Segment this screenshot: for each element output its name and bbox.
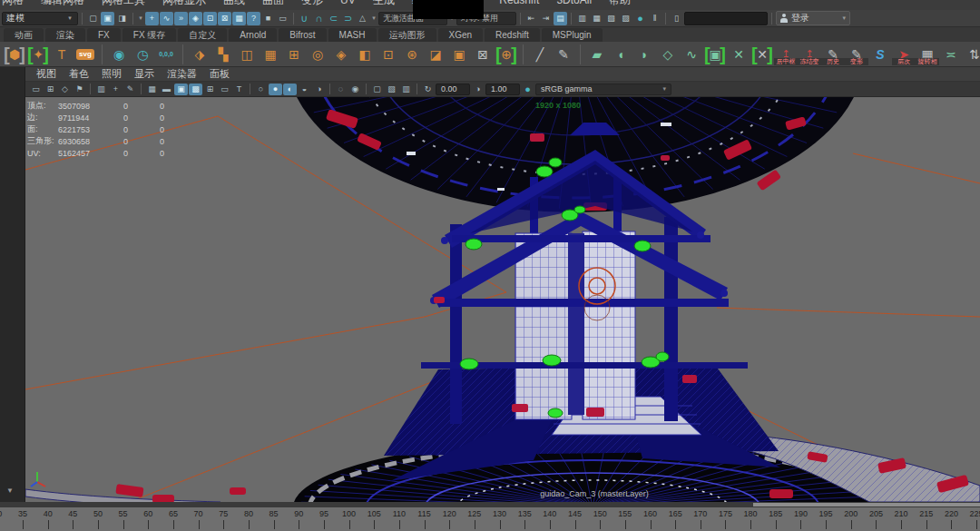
make-live-icon[interactable]: △ (356, 12, 369, 25)
selection-field-toggle-icon[interactable]: ▯ (670, 12, 683, 25)
freeze-transform-icon[interactable]: ↥冻结变 (799, 44, 820, 65)
ep-curve-icon[interactable]: S (869, 44, 891, 65)
delete-nondeformer-history-icon[interactable]: ✎变形 (846, 44, 867, 65)
open-scene-icon[interactable]: ▣ (101, 12, 114, 25)
save-scene-icon[interactable]: ◨ (115, 12, 129, 25)
menu-item-2[interactable]: 编辑网格 (41, 0, 84, 9)
hierarchy-select-icon[interactable]: ➤层次 (893, 44, 915, 65)
svg-tool-icon[interactable]: svg (74, 44, 96, 65)
panel-menu-显示[interactable]: 显示 (134, 67, 154, 81)
menu-item-9[interactable]: 生成 (373, 0, 395, 9)
grid-toggle-icon[interactable]: ▦ (145, 84, 159, 95)
fill-hole-icon[interactable]: ▦ (260, 44, 281, 65)
snap-magnet-curve-icon[interactable]: ∩ (312, 12, 326, 25)
quick-selection-input[interactable] (684, 12, 768, 25)
resolution-gate-icon[interactable]: ▣ (174, 84, 188, 95)
reset-timer-icon[interactable]: ◷ (132, 44, 153, 65)
show-inputs-icon[interactable]: ⇤ (524, 12, 538, 25)
select-by-object-icon[interactable]: ∿ (160, 12, 173, 25)
select-camera-icon[interactable]: ▭ (29, 84, 43, 95)
time-slider[interactable]: 3035404550556065707580859095100105110115… (0, 507, 980, 531)
delete-history-icon[interactable]: ✎历史 (822, 44, 844, 65)
snapshot-icon[interactable]: ▥ (399, 84, 413, 95)
caret-down-icon[interactable]: ▾ (137, 15, 144, 22)
highlight-selection-icon[interactable]: ▭ (276, 12, 289, 25)
menu-item-13[interactable]: 3DtoAll (556, 0, 592, 9)
exposure-field[interactable]: 0.00 (436, 84, 470, 95)
menu-item-6[interactable]: 曲面 (262, 0, 284, 9)
select-by-component-icon[interactable]: » (174, 12, 188, 25)
snap-to-points-icon[interactable]: ⊠ (218, 12, 231, 25)
wheel-icon[interactable]: ⊛ (401, 44, 423, 65)
lock-selection-icon[interactable]: ■ (261, 12, 275, 25)
pause-viewport-icon[interactable]: ‖ (648, 12, 662, 25)
snap-magnet-projected-icon[interactable]: ⊃ (341, 12, 355, 25)
tool-settings-icon[interactable]: ▤ (554, 12, 567, 25)
combine-icon[interactable]: ⬗ (189, 44, 211, 65)
new-scene-icon[interactable]: ▢ (86, 12, 100, 25)
boolean-icon[interactable]: ◫ (236, 44, 258, 65)
quad-draw-icon[interactable]: ✎ (553, 44, 574, 65)
safe-action-icon[interactable]: ▭ (218, 84, 231, 95)
mtk-curve-icon[interactable]: ∿ (681, 44, 702, 65)
knife-icon[interactable]: ╱ (529, 44, 551, 65)
mtk-window-icon[interactable]: ▣[] (704, 44, 726, 65)
star-primitive-icon[interactable]: ✦[] (27, 44, 49, 65)
sphere-project-icon[interactable]: ⊕[] (495, 44, 517, 65)
mtk-cube-icon[interactable]: ◇ (657, 44, 679, 65)
poly-primitive-icon[interactable]: ⬢[] (4, 44, 25, 65)
contrast-icon[interactable]: ◑ (471, 84, 485, 95)
multi-cut-grid-icon[interactable]: ⊞ (283, 44, 305, 65)
exposure-reset-icon[interactable]: ↻ (421, 84, 435, 95)
render-view-icon[interactable]: ▥ (575, 12, 589, 25)
panel-menu-面板[interactable]: 面板 (210, 67, 230, 81)
image-plane-icon[interactable]: ▥ (94, 84, 108, 95)
cylinder-project-icon[interactable]: ◎ (307, 44, 328, 65)
panel-menu-视图[interactable]: 视图 (36, 67, 56, 81)
caret-down-icon[interactable]: ▾ (370, 15, 377, 22)
hypershade-icon[interactable]: ● (633, 12, 647, 25)
menu-item-5[interactable]: 曲线 (223, 0, 245, 9)
shadows-icon[interactable]: ◑ (312, 84, 326, 95)
separate-icon[interactable]: ▚ (212, 44, 234, 65)
menuset-dropdown[interactable]: 建模▾ (2, 12, 78, 25)
menu-item-8[interactable]: UV (340, 0, 356, 9)
shelf-tab-MASH[interactable]: MASH (328, 28, 377, 42)
snap-magnet-point-icon[interactable]: ⊂ (327, 12, 340, 25)
xray-icon[interactable]: ▧ (385, 84, 398, 95)
shelf-tab-自定义[interactable]: 自定义 (178, 28, 227, 42)
menu-item-14[interactable]: 帮助 (609, 0, 631, 9)
bevel-icon[interactable]: ◪ (425, 44, 446, 65)
viewport[interactable]: 顶点:350709800边:971194400面:622175300三角形:69… (25, 97, 980, 502)
shelf-tab-Redshift[interactable]: Redshift (485, 28, 540, 42)
swap-box-icon[interactable]: ⇅ (964, 44, 980, 65)
moth-tool-icon[interactable]: ≍ (940, 44, 962, 65)
show-outputs-icon[interactable]: ⇥ (539, 12, 553, 25)
menu-item-1[interactable]: 网格 (2, 0, 24, 9)
textured-icon[interactable]: ◐ (283, 84, 297, 95)
rotate-camera-icon[interactable]: ▦旋转相 (916, 44, 938, 65)
motion-blur-icon[interactable]: ◉ (348, 84, 362, 95)
shelf-tab-XGen[interactable]: XGen (438, 28, 484, 42)
gate-mask-icon[interactable]: ▩ (189, 84, 202, 95)
menu-item-3[interactable]: 网格工具 (102, 0, 145, 9)
colorspace-dropdown[interactable]: sRGB gamma▾ (535, 84, 671, 95)
login-dropdown[interactable]: 登录▾ (776, 11, 850, 25)
gamma-enable-icon[interactable]: ● (521, 84, 534, 95)
snap-magnet-grid-icon[interactable]: ∪ (298, 12, 311, 25)
wireframe-icon[interactable]: ○ (254, 84, 268, 95)
render-settings-icon[interactable]: ▨ (619, 12, 632, 25)
mtk-face-icon[interactable]: ▰ (586, 44, 608, 65)
isolate-select-icon[interactable]: ▢ (370, 84, 384, 95)
collapse-arrow-icon[interactable]: ▼ (6, 487, 14, 495)
use-all-lights-icon[interactable]: ◒ (298, 84, 311, 95)
ipr-render-icon[interactable]: ▧ (604, 12, 618, 25)
safe-title-icon[interactable]: T (232, 84, 246, 95)
shelf-tab-动画[interactable]: 动画 (4, 28, 44, 42)
cube-tool-icon[interactable]: ◧ (354, 44, 376, 65)
snap-to-grids-icon[interactable]: ◈ (189, 12, 202, 25)
delete-frame-icon[interactable]: ⊠ (472, 44, 494, 65)
render-current-frame-icon[interactable]: ▦ (590, 12, 603, 25)
panel-menu-照明[interactable]: 照明 (102, 67, 122, 81)
shelf-tab-Arnold[interactable]: Arnold (229, 28, 277, 42)
